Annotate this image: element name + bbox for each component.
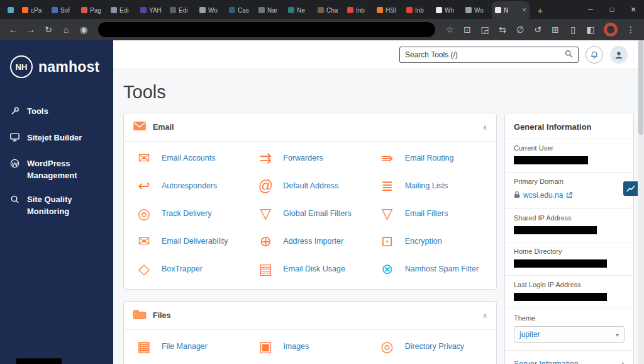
search-box[interactable] [399, 47, 579, 63]
browser-tab[interactable]: Inb [344, 1, 374, 19]
email-section-header[interactable]: Email ∧ [124, 113, 496, 142]
tool-email-routing[interactable]: ⇛Email Routing [371, 144, 492, 172]
tool-label[interactable]: Images [283, 342, 309, 351]
sidebar-item-wordpress-management[interactable]: WordPress Management [0, 152, 113, 188]
tool-label[interactable]: Forwarders [283, 154, 323, 162]
files-tools-grid: ▦File Manager ▣Images ◎Directory Privacy [124, 330, 496, 364]
extensions-puzzle-icon[interactable]: ◲ [477, 21, 493, 38]
tab-favicon [52, 7, 58, 13]
history-icon[interactable]: ↺ [530, 21, 546, 38]
sidebar-item-tools[interactable]: Tools [0, 100, 113, 126]
tool-label[interactable]: Global Email Filters [283, 209, 351, 218]
tool-boxtrapper[interactable]: ◇BoxTrapper [128, 255, 249, 283]
scrollbar-thumb[interactable] [638, 40, 643, 135]
home-icon[interactable]: ⌂ [58, 21, 74, 38]
tool-default-address[interactable]: @Default Address [249, 172, 370, 200]
collapse-chevron-icon[interactable]: ∧ [482, 123, 487, 132]
browser-tab[interactable]: HSI [374, 1, 403, 19]
tool-encryption[interactable]: ⊡Encryption [371, 227, 492, 255]
forward-icon[interactable]: → [23, 21, 39, 38]
collapse-chevron-icon[interactable]: ∧ [482, 312, 487, 320]
browser-tab-active[interactable]: N × [492, 1, 530, 19]
site-info-icon[interactable]: ◉ [75, 21, 92, 38]
tool-label[interactable]: Namhost Spam Filter [405, 264, 479, 273]
tool-forwarders[interactable]: ⇉Forwarders [249, 144, 370, 172]
tool-namhost-spam-filter[interactable]: ⊗Namhost Spam Filter [371, 255, 492, 283]
address-bar-redacted[interactable] [98, 22, 435, 37]
primary-domain-link[interactable]: wcsi.edu.na [523, 191, 563, 200]
tool-autoresponders[interactable]: ↩Autoresponders [128, 172, 249, 200]
tool-label[interactable]: Autoresponders [162, 181, 217, 190]
tool-directory-privacy[interactable]: ◎Directory Privacy [371, 333, 492, 360]
analytics-flyout-button[interactable] [623, 181, 638, 196]
tool-email-filters[interactable]: ▽Email Filters [371, 200, 492, 227]
maximize-button[interactable]: □ [601, 0, 623, 19]
tool-email-accounts[interactable]: ✉Email Accounts [128, 144, 249, 172]
browser-tab[interactable]: Edi [167, 1, 196, 19]
tool-label[interactable]: Track Delivery [162, 209, 211, 218]
browser-tab[interactable]: Wo [196, 1, 226, 19]
browser-tab[interactable]: Nar [255, 1, 285, 19]
tool-email-disk-usage[interactable]: ▤Email Disk Usage [249, 255, 370, 283]
browser-tab[interactable]: Edi [108, 1, 137, 19]
tool-label[interactable]: Email Filters [405, 209, 448, 218]
devices-icon[interactable]: ▯ [565, 21, 581, 38]
passwords-icon[interactable]: ∅ [512, 21, 528, 38]
tool-track-delivery[interactable]: ◎Track Delivery [128, 200, 249, 227]
tool-label[interactable]: Default Address [283, 181, 338, 190]
pinned-tab[interactable] [3, 1, 19, 19]
back-icon[interactable]: ← [5, 21, 21, 38]
tool-label[interactable]: File Manager [162, 342, 208, 351]
browser-tab[interactable]: Wh [433, 1, 462, 19]
server-information-link[interactable]: Server Information › [505, 350, 633, 364]
theme-select[interactable]: jupiter ▾ [514, 326, 625, 343]
browser-tab[interactable]: Sof [48, 1, 78, 19]
external-link-icon[interactable] [566, 190, 572, 201]
namhost-logo[interactable]: NH namhost [0, 40, 113, 100]
browser-tab[interactable]: Wo [462, 1, 492, 19]
reload-icon[interactable]: ↻ [40, 21, 57, 38]
new-tab-button[interactable]: + [532, 2, 548, 18]
tool-label[interactable]: Email Accounts [162, 154, 215, 162]
tab-close-icon[interactable]: × [522, 6, 526, 14]
tool-email-deliverability[interactable]: ✉Email Deliverability [128, 227, 249, 255]
browser-tab[interactable]: Cas [226, 1, 255, 19]
tool-global-email-filters[interactable]: ▽Global Email Filters [249, 200, 370, 227]
tool-label[interactable]: Email Routing [405, 154, 454, 162]
search-input[interactable] [405, 50, 561, 59]
tool-label[interactable]: BoxTrapper [162, 264, 203, 273]
tool-label[interactable]: Address Importer [283, 237, 343, 246]
share-icon[interactable]: ⇆ [494, 21, 511, 38]
profile-avatar[interactable] [604, 23, 618, 37]
minimize-button[interactable]: ─ [580, 0, 601, 19]
tab-label: cPa [31, 7, 45, 14]
bookmark-star-icon[interactable]: ☆ [441, 21, 458, 38]
browser-tab[interactable]: YAH [137, 1, 167, 19]
screenshot-icon[interactable]: ⊡ [459, 21, 475, 38]
browser-tab[interactable]: Inb [403, 1, 433, 19]
browser-tab[interactable]: cPa [19, 1, 48, 19]
tool-file-manager[interactable]: ▦File Manager [128, 333, 249, 360]
tool-label[interactable]: Email Deliverability [162, 237, 228, 246]
browser-tab[interactable]: Ne [285, 1, 314, 19]
tab-favicon [495, 7, 501, 13]
tool-label[interactable]: Email Disk Usage [283, 264, 345, 273]
close-button[interactable]: ✕ [623, 0, 644, 19]
apps-grid-icon[interactable]: ⊞ [547, 21, 564, 38]
page-scrollbar[interactable] [638, 40, 644, 364]
sidebar-item-site-quality-monitoring[interactable]: Site Quality Monitoring [0, 188, 113, 224]
tool-address-importer[interactable]: ⊕Address Importer [249, 227, 370, 255]
browser-tab[interactable]: Pag [78, 1, 108, 19]
files-section-header[interactable]: Files ∧ [124, 302, 496, 330]
tool-label[interactable]: Directory Privacy [405, 342, 464, 351]
notifications-bell-icon[interactable] [586, 46, 603, 64]
user-account-icon[interactable] [610, 46, 628, 64]
tool-label[interactable]: Mailing Lists [405, 181, 448, 190]
tool-images[interactable]: ▣Images [249, 333, 370, 360]
side-panel-icon[interactable]: ◧ [582, 21, 599, 38]
browser-tab[interactable]: Cha [314, 1, 344, 19]
sidebar-item-sitejet-builder[interactable]: Sitejet Builder [0, 126, 113, 152]
tool-label[interactable]: Encryption [405, 237, 442, 246]
browser-menu-icon[interactable]: ⋮ [623, 21, 639, 38]
tool-mailing-lists[interactable]: ≣Mailing Lists [371, 172, 492, 200]
